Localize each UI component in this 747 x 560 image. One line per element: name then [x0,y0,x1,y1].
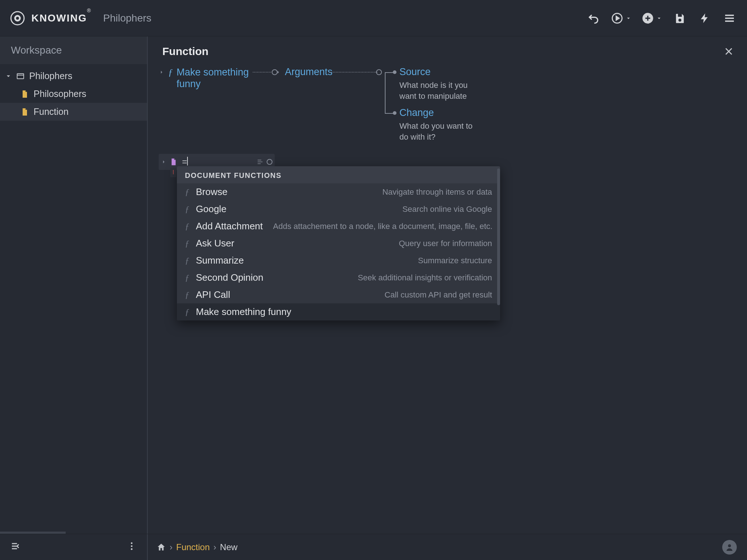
function-glyph-icon: ƒ [185,221,191,231]
topbar: KNOWING® Philophers [0,0,747,36]
save-icon [674,12,686,24]
breadcrumb: › Function › New [148,542,722,552]
close-button[interactable] [724,46,734,57]
breadcrumb-current: New [220,542,237,552]
dropdown-scrollbar[interactable] [497,168,500,305]
caret-right-icon [159,69,165,75]
svg-point-10 [131,548,133,550]
bolt-icon [699,12,711,24]
workspace-tree: Philophers Philosophers Function [0,64,147,121]
function-graph: ƒ Make something funny Arguments Source … [148,66,747,158]
svg-rect-7 [17,74,24,79]
main-area: Workspace Philophers Philosophers Functi… [0,36,747,534]
tree-item-label: Function [34,106,69,117]
topbar-actions [587,11,737,26]
chevron-down-icon [625,15,632,22]
source-desc: What node is it you want to manipulate [399,80,480,101]
footer-right [722,540,747,555]
play-menu[interactable] [611,12,632,24]
chevron-down-icon [656,15,662,22]
user-avatar[interactable] [722,540,737,555]
dropdown-item-api-call[interactable]: ƒ API Call Call custom API and get resul… [177,286,500,303]
dropdown-heading: DOCUMENT FUNCTIONS [177,166,500,183]
function-suggest-dropdown: DOCUMENT FUNCTIONS ƒ Browse Navigate thr… [177,166,500,320]
svg-point-9 [131,545,133,547]
branch-line [385,72,394,73]
undo-button[interactable] [587,11,601,26]
arguments-node[interactable]: Arguments [275,66,333,78]
function-node[interactable]: ƒ Make something funny [159,66,257,90]
branch-line [385,72,386,114]
menu-icon [724,12,735,24]
source-node[interactable]: Source What node is it you want to manip… [399,66,480,101]
collapse-sidebar-button[interactable] [10,541,20,553]
brand-name: KNOWING® [31,12,92,24]
sidebar: Workspace Philophers Philosophers Functi… [0,36,148,534]
source-label: Source [399,66,480,78]
document-title[interactable]: Philophers [103,12,151,24]
arguments-label: Arguments [285,66,333,78]
breadcrumb-sep: › [170,542,173,552]
connector-bubble [376,69,382,75]
dropdown-item-summarize[interactable]: ƒ Summarize Summarize structure [177,252,500,269]
tree-item-label: Philosophers [34,89,86,99]
dropdown-item-google[interactable]: ƒ Google Search online via Google [177,201,500,218]
function-glyph-icon: ƒ [185,204,191,214]
kebab-icon [127,541,137,551]
home-icon[interactable] [156,542,166,552]
change-desc: What do you want to do with it? [399,121,480,142]
dropdown-item-browse[interactable]: ƒ Browse Navigate through items or data [177,183,500,201]
more-options-button[interactable] [127,541,137,553]
window-icon [16,72,25,81]
svg-point-2 [16,17,19,20]
footer: › Function › New [0,534,747,560]
bolt-button[interactable] [697,11,712,26]
change-label: Change [399,107,480,118]
file-icon [20,108,29,116]
dropdown-item-make-something-funny[interactable]: ƒ Make something funny [177,303,500,320]
text-cursor [187,157,188,166]
caret-down-icon [5,73,12,79]
add-menu[interactable] [642,12,662,24]
connector-dots [330,72,378,73]
dropdown-item-add-attachment[interactable]: ƒ Add Attachment Adds attachement to a n… [177,218,500,235]
tree-item-function[interactable]: Function [0,103,147,121]
sidebar-scroll-indicator [0,532,66,534]
content-panel: Function ƒ Make something funny Argument… [148,36,747,534]
svg-point-11 [728,544,731,547]
function-glyph-icon: ƒ [168,67,173,78]
function-glyph-icon: ƒ [185,256,191,265]
function-glyph-icon: ƒ [185,187,191,197]
page-title: Function [162,45,209,58]
tree-item-philosophers[interactable]: Philosophers [0,85,147,103]
collapse-icon [10,541,20,551]
svg-point-8 [131,542,133,544]
function-glyph-icon: ƒ [185,238,191,248]
text-edit-icon[interactable] [256,158,264,166]
dropdown-item-ask-user[interactable]: ƒ Ask User Query user for information [177,235,500,252]
function-glyph-icon: ƒ [185,273,191,283]
caret-right-icon [161,159,167,165]
tree-root-label: Philophers [29,71,72,81]
save-button[interactable] [673,11,687,26]
hamburger-menu[interactable] [722,11,737,26]
change-node[interactable]: Change What do you want to do with it? [399,107,480,142]
tree-root-philophers[interactable]: Philophers [0,67,147,85]
breadcrumb-function[interactable]: Function [176,542,210,552]
file-icon [20,90,29,98]
breadcrumb-sep: › [213,542,216,552]
branch-dot [393,111,396,115]
caret-right-icon [275,69,281,75]
plus-circle-icon [642,12,654,24]
svg-point-6 [678,19,681,22]
branch-line [385,113,394,114]
footer-left [0,534,148,560]
dropdown-item-second-opinion[interactable]: ƒ Second Opinion Seek additional insight… [177,269,500,286]
function-glyph-icon: ƒ [185,290,191,300]
svg-rect-5 [678,14,682,17]
function-glyph-icon: ƒ [185,307,191,317]
page-icon [170,158,178,166]
error-badge: I [170,168,176,177]
logo-cluster: KNOWING® [10,11,92,26]
connector-bubble [267,159,272,165]
